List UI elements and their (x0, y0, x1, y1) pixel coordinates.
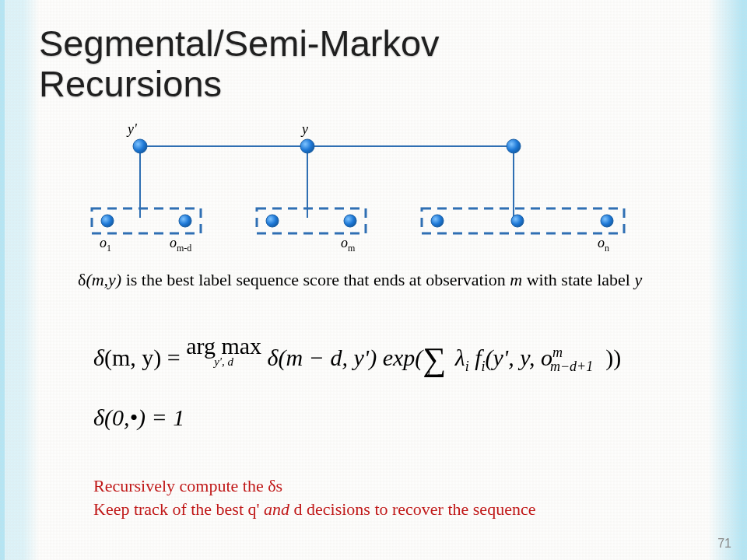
title-line-2: Recursions (39, 63, 222, 104)
state-label-y: y (302, 121, 308, 138)
slide-title: Segmental/Semi-Markov Recursions (39, 23, 440, 103)
svg-point-13 (266, 215, 279, 227)
obs-label-o1: o1 (100, 235, 111, 254)
svg-point-10 (507, 139, 521, 153)
obs-label-om-d: om-d (170, 235, 191, 254)
svg-point-16 (511, 215, 524, 227)
obs-label-om: om (341, 235, 355, 254)
recursive-note: Recursively compute the δs Keep track of… (93, 474, 700, 520)
svg-point-11 (101, 215, 114, 227)
svg-point-8 (133, 139, 147, 153)
state-label-y-prime: y' (128, 121, 137, 138)
svg-point-12 (179, 215, 191, 227)
delta-base-case-equation: δ(0,•) = 1 (93, 404, 184, 431)
obs-label-on: on (598, 235, 609, 254)
delta-description: δ(m,y) is the best label sequence score … (78, 268, 700, 292)
page-number: 71 (717, 537, 731, 551)
svg-point-15 (431, 215, 444, 227)
markov-diagram: y' y o1 om-d om on (78, 132, 669, 257)
delta-recursion-equation: δ(m, y) = arg maxy', d δ(m − d, y') exp(… (93, 334, 621, 375)
svg-point-9 (300, 139, 314, 153)
title-line-1: Segmental/Semi-Markov (39, 23, 440, 64)
svg-point-14 (344, 215, 356, 227)
svg-point-17 (601, 215, 613, 227)
